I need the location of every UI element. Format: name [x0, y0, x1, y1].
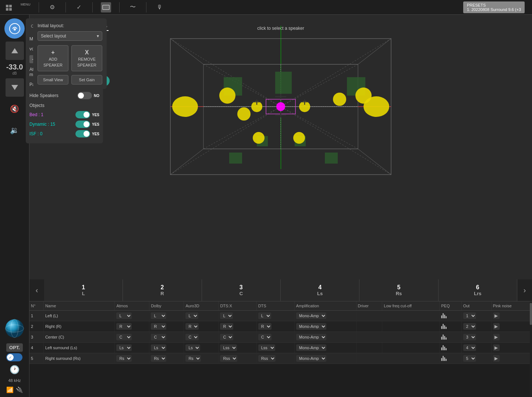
out-select[interactable]: 3 [463, 334, 476, 340]
cell-dolby[interactable]: Ls LRCLsRs [149, 343, 184, 353]
dolby-select[interactable]: Rs LRCLsRs [151, 355, 166, 362]
cell-amp[interactable]: Mono-Amp [294, 353, 356, 364]
cell-dolby[interactable]: R LRCLsRs [149, 321, 184, 332]
dts-select[interactable]: Rss [258, 355, 276, 362]
cell-atmos[interactable]: C LRCLsRs [115, 332, 149, 343]
sphere-icon[interactable] [4, 318, 25, 340]
usb-icon[interactable]: 🔌 [16, 386, 23, 393]
peq-icon[interactable] [441, 356, 460, 361]
wave-icon[interactable]: 〜 [128, 2, 138, 12]
cell-pinknoise[interactable]: ▶ [491, 343, 532, 353]
scrollbar-track[interactable] [530, 301, 532, 397]
history-icon[interactable]: 🕐 [10, 365, 19, 375]
cell-auro3d[interactable]: C [184, 332, 219, 343]
pink-noise-button[interactable]: ▶ [493, 312, 500, 319]
wifi-icon[interactable]: 📶 [6, 386, 14, 393]
cell-dolby[interactable]: Rs LRCLsRs [149, 353, 184, 364]
dolby-select[interactable]: R LRCLsRs [151, 323, 166, 330]
mic-icon[interactable]: 🎙 [155, 2, 165, 12]
dts-select[interactable]: L [258, 312, 271, 319]
atmos-select[interactable]: Rs LRCLsRs [116, 355, 132, 362]
dolby-select[interactable]: Ls LRCLsRs [151, 344, 166, 351]
brand-logo[interactable] [4, 18, 25, 39]
dts-select[interactable]: C [258, 334, 272, 340]
cell-atmos[interactable]: R LRCLsRs [115, 321, 149, 332]
cell-out[interactable]: 4 [461, 343, 491, 353]
speaker-tab-4[interactable]: 4 Ls [281, 279, 359, 301]
cell-pinknoise[interactable]: ▶ [491, 332, 532, 343]
cell-dolby[interactable]: C LRCLsRs [149, 332, 184, 343]
cell-auro3d[interactable]: Ls [184, 343, 219, 353]
menu-icon[interactable] [4, 2, 14, 12]
small-view-button[interactable]: Small View [38, 75, 68, 85]
cell-dtsx[interactable]: C [219, 332, 256, 343]
select-layout-dropdown[interactable]: Select layout ▾ [38, 31, 102, 41]
check-icon[interactable]: ✓ [74, 2, 84, 12]
amp-select[interactable]: Mono-Amp [296, 323, 326, 330]
auro3d-select[interactable]: Rs [185, 355, 201, 362]
cell-dts[interactable]: R [256, 321, 294, 332]
out-select[interactable]: 5 [463, 355, 476, 362]
pink-noise-button[interactable]: ▶ [493, 355, 500, 362]
cell-dtsx[interactable]: L [219, 311, 256, 321]
speaker-tab-2[interactable]: 2 R [123, 279, 202, 301]
atmos-select[interactable]: C LRCLsRs [116, 334, 132, 340]
auro3d-select[interactable]: R [185, 323, 199, 330]
pink-noise-button[interactable]: ▶ [493, 344, 500, 351]
out-select[interactable]: 2 [463, 323, 476, 330]
cell-dtsx[interactable]: Rss [219, 353, 256, 364]
cell-pinknoise[interactable]: ▶ [491, 311, 532, 321]
pink-noise-button[interactable]: ▶ [493, 323, 500, 330]
dtsx-select[interactable]: Lss [220, 344, 237, 351]
cell-auro3d[interactable]: L [184, 311, 219, 321]
cell-atmos[interactable]: L LRCLsRs [115, 311, 149, 321]
amp-select[interactable]: Mono-Amp [296, 344, 326, 351]
dynamic-toggle[interactable]: YES [75, 121, 99, 128]
dolby-select[interactable]: C LRCLsRs [151, 334, 166, 340]
dtsx-select[interactable]: C [220, 334, 233, 340]
auro3d-select[interactable]: L [185, 312, 198, 319]
mute-button[interactable]: 🔇 [6, 100, 24, 118]
atmos-select[interactable]: L LRCLsRs [116, 312, 132, 319]
cell-dts[interactable]: L [256, 311, 294, 321]
amp-select[interactable]: Mono-Amp [296, 355, 326, 362]
display-icon[interactable] [101, 2, 111, 12]
vol-down-button[interactable]: 🔉 [6, 121, 24, 139]
cell-amp[interactable]: Mono-Amp [294, 321, 356, 332]
peq-icon[interactable] [441, 324, 460, 329]
amp-select[interactable]: Mono-Amp [296, 334, 326, 340]
volume-down-button[interactable] [6, 78, 24, 97]
speaker-tab-6[interactable]: 6 Lrs [439, 279, 517, 301]
cell-peq[interactable] [440, 353, 461, 364]
tab-nav-next[interactable]: › [517, 279, 532, 301]
amp-select[interactable]: Mono-Amp [296, 312, 326, 319]
speaker-tab-1[interactable]: 1 L [44, 279, 123, 301]
cell-dts[interactable]: Lss [256, 343, 294, 353]
cell-peq[interactable] [440, 343, 461, 353]
speaker-tab-5[interactable]: 5 Rs [359, 279, 438, 301]
add-speaker-button[interactable]: + ADDSPEAKER [38, 45, 68, 71]
tab-nav-prev[interactable]: ‹ [29, 279, 44, 301]
cell-dtsx[interactable]: Lss [219, 343, 256, 353]
peq-icon[interactable] [441, 335, 460, 340]
speaker-tab-3[interactable]: 3 C [202, 279, 281, 301]
dts-select[interactable]: R [258, 323, 272, 330]
auro3d-select[interactable]: Ls [185, 344, 200, 351]
cell-dolby[interactable]: L LRCLsRs [149, 311, 184, 321]
cell-auro3d[interactable]: Rs [184, 353, 219, 364]
opt-toggle[interactable] [6, 353, 22, 361]
set-gain-button[interactable]: Set Gain [71, 75, 102, 85]
cell-dts[interactable]: Rss [256, 353, 294, 364]
volume-up-button[interactable] [6, 42, 24, 60]
dtsx-select[interactable]: L [220, 312, 233, 319]
dts-select[interactable]: Lss [258, 344, 275, 351]
pink-noise-button[interactable]: ▶ [493, 334, 500, 340]
peq-icon[interactable] [441, 345, 460, 350]
cell-out[interactable]: 5 [461, 353, 491, 364]
cell-out[interactable]: 1 [461, 311, 491, 321]
out-select[interactable]: 1 [463, 312, 476, 319]
cell-pinknoise[interactable]: ▶ [491, 353, 532, 364]
cell-amp[interactable]: Mono-Amp [294, 311, 356, 321]
dtsx-select[interactable]: Rss [220, 355, 237, 362]
cell-atmos[interactable]: Rs LRCLsRs [115, 353, 149, 364]
